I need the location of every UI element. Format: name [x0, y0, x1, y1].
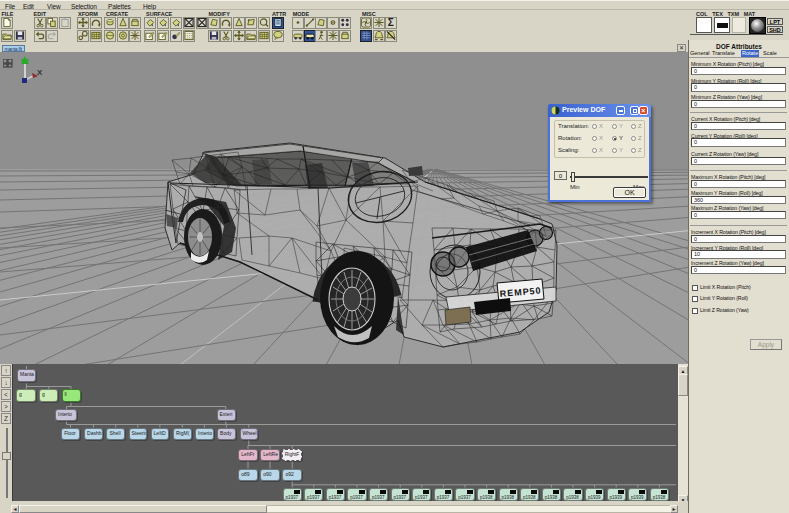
svg-text:Σ: Σ [388, 17, 394, 28]
svg-text:X: X [37, 68, 43, 77]
